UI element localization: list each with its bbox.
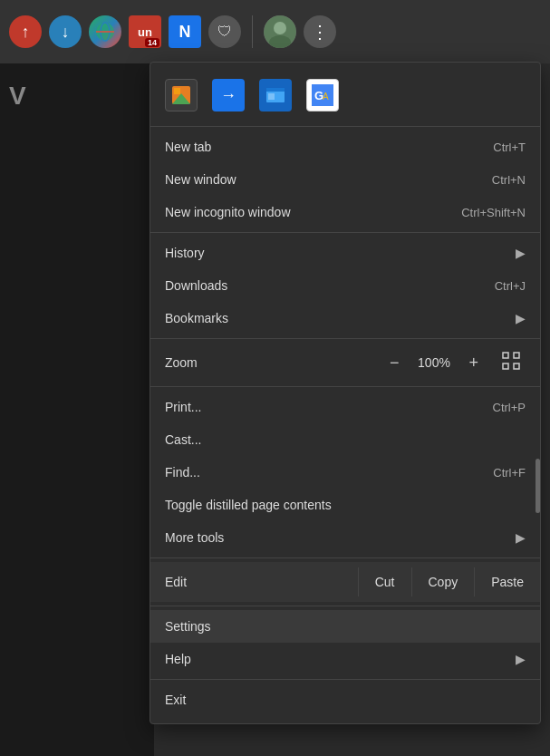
toggle-distilled-item[interactable]: Toggle distilled page contents — [150, 489, 540, 521]
divider-1 — [150, 126, 540, 127]
divider-5 — [150, 557, 540, 558]
copy-button[interactable]: Copy — [411, 567, 475, 596]
exit-item[interactable]: Exit — [150, 683, 540, 716]
apps-row: → G A — [150, 70, 540, 122]
divider-3 — [150, 338, 540, 339]
zoom-fullscreen-button[interactable] — [497, 348, 526, 377]
toolbar: ↑ ↓ un 14 N 🛡 ⋮ — [0, 0, 550, 63]
app-google-translate-icon[interactable]: G A — [306, 79, 339, 111]
zoom-value: 100% — [413, 355, 454, 370]
divider-6 — [150, 606, 540, 606]
bg-letter: V — [9, 82, 26, 111]
divider-2 — [150, 232, 540, 233]
svg-point-4 — [274, 22, 286, 34]
new-incognito-item[interactable]: New incognito window Ctrl+Shift+N — [150, 196, 540, 228]
find-item[interactable]: Find... Ctrl+F — [150, 456, 540, 489]
edit-label: Edit — [150, 567, 358, 596]
globe-icon[interactable] — [89, 15, 121, 48]
n-icon[interactable]: N — [169, 15, 201, 48]
zoom-plus-button[interactable]: + — [461, 352, 486, 374]
zoom-row: Zoom − 100% + — [150, 343, 540, 383]
downloads-item[interactable]: Downloads Ctrl+J — [150, 269, 540, 302]
svg-rect-17 — [503, 363, 508, 369]
svg-rect-7 — [174, 88, 180, 94]
bookmarks-item[interactable]: Bookmarks ▶ — [150, 302, 540, 334]
avatar-icon[interactable] — [264, 15, 296, 48]
badge-count: 14 — [145, 38, 159, 47]
background-panel: V — [0, 63, 154, 756]
divider-7 — [150, 679, 540, 680]
chrome-menu: → G A New tab Ctrl+T New window Ctrl+N N… — [150, 62, 541, 724]
scrollbar[interactable] — [536, 459, 540, 513]
edit-row: Edit Cut Copy Paste — [150, 562, 540, 602]
cast-item[interactable]: Cast... — [150, 423, 540, 456]
svg-rect-11 — [268, 93, 275, 100]
zoom-controls: − 100% + — [382, 348, 526, 377]
svg-rect-18 — [514, 363, 519, 369]
more-options-icon[interactable]: ⋮ — [304, 15, 336, 48]
new-window-item[interactable]: New window Ctrl+N — [150, 163, 540, 196]
red-circle-icon[interactable]: ↑ — [9, 15, 42, 48]
app-window-icon[interactable] — [259, 79, 292, 111]
zoom-label[interactable]: Zoom — [165, 355, 382, 370]
cut-button[interactable]: Cut — [358, 567, 411, 596]
shield-icon[interactable]: 🛡 — [208, 15, 241, 48]
print-item[interactable]: Print... Ctrl+P — [150, 391, 540, 423]
unread-badge-icon[interactable]: un 14 — [129, 15, 161, 48]
settings-item[interactable]: Settings — [150, 610, 540, 643]
zoom-minus-button[interactable]: − — [382, 352, 407, 374]
app-image-icon[interactable] — [165, 79, 198, 111]
help-item[interactable]: Help ▶ — [150, 643, 540, 675]
svg-rect-10 — [266, 88, 285, 92]
svg-rect-15 — [503, 353, 508, 358]
more-tools-item[interactable]: More tools ▶ — [150, 521, 540, 554]
svg-rect-16 — [514, 353, 519, 358]
download-icon[interactable]: ↓ — [49, 15, 82, 48]
paste-button[interactable]: Paste — [474, 567, 540, 596]
svg-text:A: A — [323, 92, 329, 102]
toolbar-separator — [252, 15, 253, 48]
divider-4 — [150, 386, 540, 387]
new-tab-item[interactable]: New tab Ctrl+T — [150, 131, 540, 163]
history-item[interactable]: History ▶ — [150, 237, 540, 269]
app-forward-icon[interactable]: → — [212, 79, 245, 111]
